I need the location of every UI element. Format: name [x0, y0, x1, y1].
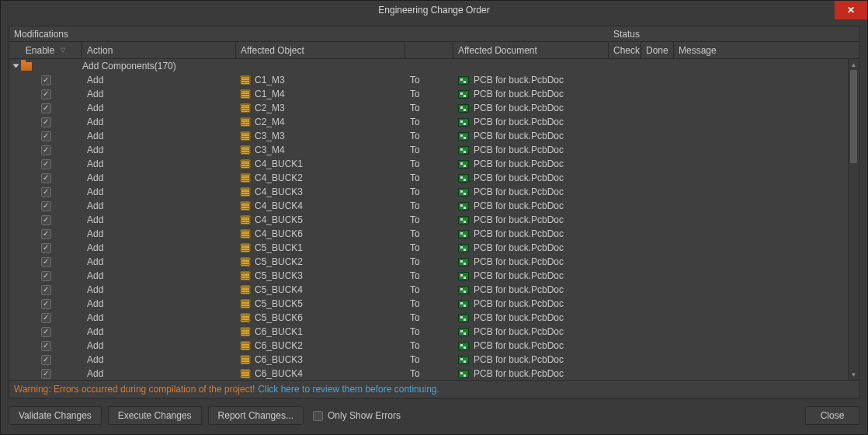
enable-checkbox[interactable] [41, 257, 51, 267]
table-row[interactable]: AddC4_BUCK1ToPCB for buck.PcbDoc [9, 157, 848, 171]
component-icon [241, 75, 250, 85]
col-enable[interactable]: Enable ▽ [9, 42, 82, 58]
enable-checkbox[interactable] [41, 131, 51, 141]
table-row[interactable]: AddC5_BUCK4ToPCB for buck.PcbDoc [9, 283, 848, 297]
enable-checkbox[interactable] [41, 327, 51, 337]
table-row[interactable]: AddC2_M4ToPCB for buck.PcbDoc [9, 115, 848, 129]
action-label: Add [87, 214, 103, 225]
to-label: To [410, 354, 420, 365]
action-label: Add [87, 354, 103, 365]
only-show-errors-option[interactable]: Only Show Errors [313, 410, 401, 421]
document-label: PCB for buck.PcbDoc [474, 117, 564, 127]
table-row[interactable]: AddC6_BUCK1ToPCB for buck.PcbDoc [9, 325, 848, 339]
object-label: C2_M4 [255, 117, 285, 127]
sort-arrow-icon: ▽ [61, 47, 65, 54]
col-check[interactable]: Check [609, 42, 641, 58]
document-label: PCB for buck.PcbDoc [474, 89, 564, 99]
enable-checkbox[interactable] [41, 369, 51, 379]
enable-checkbox[interactable] [41, 271, 51, 281]
enable-checkbox[interactable] [41, 201, 51, 211]
table-row[interactable]: AddC3_M4ToPCB for buck.PcbDoc [9, 143, 848, 157]
table-row[interactable]: AddC4_BUCK3ToPCB for buck.PcbDoc [9, 185, 848, 199]
group-row[interactable]: Add Components(170) [9, 59, 848, 73]
pcb-icon [458, 328, 469, 336]
table-row[interactable]: AddC1_M3ToPCB for buck.PcbDoc [9, 73, 848, 87]
pcb-icon [458, 174, 469, 183]
col-message[interactable]: Message [674, 42, 859, 58]
to-label: To [410, 200, 420, 211]
enable-checkbox[interactable] [41, 285, 51, 295]
action-label: Add [87, 298, 103, 309]
table-row[interactable]: AddC5_BUCK6ToPCB for buck.PcbDoc [9, 311, 848, 325]
pcb-icon [458, 258, 469, 266]
table-row[interactable]: AddC6_BUCK3ToPCB for buck.PcbDoc [9, 353, 848, 367]
col-affected-document[interactable]: Affected Document [453, 42, 609, 58]
enable-checkbox[interactable] [41, 341, 51, 351]
col-enable-label: Enable [26, 45, 54, 56]
table-row[interactable]: AddC4_BUCK4ToPCB for buck.PcbDoc [9, 199, 848, 213]
table-row[interactable]: AddC5_BUCK1ToPCB for buck.PcbDoc [9, 241, 848, 255]
document-label: PCB for buck.PcbDoc [474, 200, 564, 211]
scroll-thumb[interactable] [850, 70, 857, 163]
enable-checkbox[interactable] [41, 313, 51, 323]
object-label: C4_BUCK4 [255, 200, 303, 211]
to-label: To [410, 340, 420, 351]
scroll-track[interactable] [849, 70, 859, 369]
enable-checkbox[interactable] [41, 117, 51, 127]
only-errors-checkbox[interactable] [313, 411, 323, 421]
close-icon[interactable]: ✕ [835, 1, 867, 19]
table-row[interactable]: AddC4_BUCK5ToPCB for buck.PcbDoc [9, 213, 848, 227]
table-row[interactable]: AddC1_M4ToPCB for buck.PcbDoc [9, 87, 848, 101]
enable-checkbox[interactable] [41, 229, 51, 239]
to-label: To [410, 312, 420, 323]
enable-checkbox[interactable] [41, 103, 51, 113]
col-action[interactable]: Action [82, 42, 236, 58]
table-row[interactable]: AddC3_M3ToPCB for buck.PcbDoc [9, 129, 848, 143]
group-label: Add Components(170) [82, 61, 176, 71]
component-icon [241, 215, 250, 224]
enable-checkbox[interactable] [41, 173, 51, 183]
report-changes-button[interactable]: Report Changes... [208, 406, 304, 425]
expand-icon[interactable] [13, 64, 19, 68]
table-row[interactable]: AddC5_BUCK5ToPCB for buck.PcbDoc [9, 297, 848, 311]
table-row[interactable]: AddC5_BUCK3ToPCB for buck.PcbDoc [9, 269, 848, 283]
document-label: PCB for buck.PcbDoc [474, 256, 564, 267]
enable-checkbox[interactable] [41, 215, 51, 225]
scroll-up-icon[interactable]: ▲ [849, 59, 859, 70]
object-label: C5_BUCK4 [255, 284, 303, 295]
object-label: C5_BUCK1 [255, 242, 303, 253]
close-button[interactable]: Close [805, 406, 859, 425]
enable-checkbox[interactable] [41, 145, 51, 155]
enable-checkbox[interactable] [41, 159, 51, 169]
enable-checkbox[interactable] [41, 89, 51, 99]
enable-checkbox[interactable] [41, 75, 51, 85]
vertical-scrollbar[interactable]: ▲ ▼ [848, 59, 859, 380]
document-label: PCB for buck.PcbDoc [474, 298, 564, 309]
table-row[interactable]: AddC4_BUCK6ToPCB for buck.PcbDoc [9, 227, 848, 241]
execute-changes-button[interactable]: Execute Changes [108, 406, 202, 425]
table-row[interactable]: AddC2_M3ToPCB for buck.PcbDoc [9, 101, 848, 115]
pcb-icon [458, 118, 469, 127]
warning-link[interactable]: Click here to review them before continu… [258, 384, 439, 395]
pcb-icon [458, 146, 469, 155]
col-affected-object[interactable]: Affected Object [236, 42, 405, 58]
pcb-icon [458, 188, 469, 197]
col-spacer [405, 42, 453, 58]
col-check-label: Check [613, 45, 640, 56]
enable-checkbox[interactable] [41, 243, 51, 253]
table-row[interactable]: AddC6_BUCK4ToPCB for buck.PcbDoc [9, 367, 848, 380]
scroll-down-icon[interactable]: ▼ [849, 369, 859, 380]
component-icon [241, 313, 250, 322]
action-label: Add [87, 284, 103, 295]
component-icon [241, 187, 250, 197]
table-row[interactable]: AddC5_BUCK2ToPCB for buck.PcbDoc [9, 255, 848, 269]
enable-checkbox[interactable] [41, 355, 51, 365]
validate-changes-button[interactable]: Validate Changes [9, 406, 102, 425]
document-label: PCB for buck.PcbDoc [474, 130, 564, 141]
table-row[interactable]: AddC4_BUCK2ToPCB for buck.PcbDoc [9, 171, 848, 185]
table-row[interactable]: AddC6_BUCK2ToPCB for buck.PcbDoc [9, 339, 848, 353]
col-done[interactable]: Done [641, 42, 674, 58]
enable-checkbox[interactable] [41, 187, 51, 197]
enable-checkbox[interactable] [41, 299, 51, 309]
pcb-icon [458, 286, 469, 294]
